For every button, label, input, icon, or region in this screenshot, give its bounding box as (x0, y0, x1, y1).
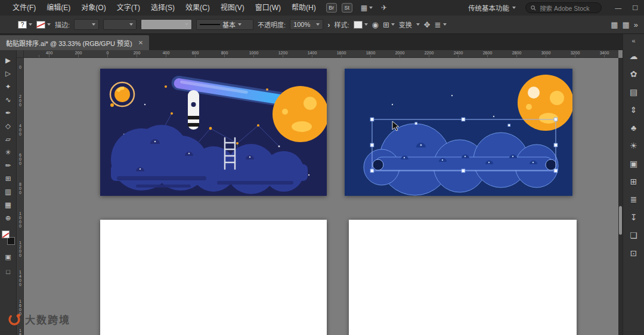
ruler-number: 400 (17, 124, 24, 153)
recolor-artwork-icon[interactable]: ◉ (372, 20, 379, 29)
vertical-ruler[interactable]: 0200400600800100012001400160018002000 (17, 58, 24, 335)
panel-adjust-icon[interactable]: ⇕ (625, 101, 643, 119)
graphic-style-swatch[interactable] (354, 21, 368, 29)
bridge-badge[interactable]: Br (326, 3, 337, 13)
dock-panel-icon[interactable]: » (634, 20, 638, 29)
menu-item[interactable]: 帮助(H) (286, 0, 321, 16)
menu-item[interactable]: 效果(C) (180, 0, 215, 16)
opacity-combo[interactable]: 100% (290, 19, 323, 30)
menu-item[interactable]: 视图(V) (215, 0, 250, 16)
panel-image-icon[interactable]: ▤ (625, 83, 643, 101)
panel-asset-icon[interactable]: ❏ (625, 226, 643, 244)
pen-tool[interactable]: ✒ (1, 106, 16, 119)
menu-item[interactable]: 窗口(W) (250, 0, 286, 16)
tool-glyph: ▷ (5, 69, 11, 78)
panel-transform-icon[interactable]: ⊡ (625, 244, 643, 262)
graphic-style-preview (354, 21, 363, 29)
align-icon[interactable]: ⊞ (383, 20, 395, 29)
transform-label[interactable]: 变换 (399, 20, 412, 29)
right-panel-icons: ☁ ✿ ▤ ⇕ ♣ ☀ ▣ (625, 47, 643, 262)
symbol-sprayer-tool[interactable]: ✳ (1, 146, 16, 159)
fill-swatch-none[interactable] (2, 230, 10, 238)
arrange-documents-icon[interactable]: ▦ (361, 4, 373, 12)
panel-artboards-icon[interactable]: ⊞ (625, 173, 643, 190)
magic-wand-tool[interactable]: ✦ (1, 80, 16, 93)
menu-item[interactable]: 选择(S) (145, 0, 180, 16)
artboard-1[interactable] (100, 69, 327, 196)
ruler-number: 0 (17, 65, 24, 94)
opacity-panel-arrow[interactable]: › (327, 20, 330, 29)
menu-item[interactable]: 对象(O) (76, 0, 111, 16)
panel-layers-icon[interactable]: ≣ (625, 190, 643, 208)
panel-appearance-icon[interactable]: ☀ (625, 137, 643, 155)
canvas-area[interactable] (24, 58, 618, 335)
artboard-3[interactable] (100, 220, 327, 335)
horizontal-ruler[interactable]: 4002000200400600800100012001400160018002… (24, 50, 618, 58)
variable-width-profile-combo[interactable] (103, 19, 137, 30)
panel-icon-glyph: ▣ (630, 159, 637, 168)
isolate-shape-icon[interactable]: ✥ (424, 20, 431, 29)
panel-brushes-icon[interactable]: ✿ (625, 65, 643, 83)
graph-tool[interactable]: ▥ (1, 185, 16, 198)
align-glyph: ⊞ (383, 20, 389, 29)
document-tab[interactable]: 黏贴跟排序.ai* @ 33.33% (RGB/GPU 预览) ✕ (0, 35, 149, 50)
close-icon[interactable]: ✕ (138, 39, 143, 46)
draw-mode-icon[interactable]: ▣ (5, 253, 11, 261)
free-transform-tool[interactable]: ▱ (1, 133, 16, 146)
stock-badge[interactable]: St (342, 3, 352, 13)
direct-selection-tool[interactable]: ▷ (1, 67, 16, 80)
ruler-corner[interactable] (17, 50, 24, 58)
tool-glyph: ⊕ (5, 214, 11, 222)
chevron-down-icon (316, 23, 320, 26)
selection-tool[interactable]: ▶ (1, 54, 16, 67)
panel-icon-glyph: ✿ (630, 69, 637, 79)
tool-glyph: ◇ (5, 122, 11, 130)
mesh-tool[interactable]: ▦ (1, 198, 16, 211)
pencil-tool[interactable]: ✏ (1, 159, 16, 172)
panel-libraries-icon[interactable]: ☁ (625, 47, 643, 65)
zoom-tool[interactable]: ⊕ (1, 211, 16, 225)
brush-definition-combo[interactable] (141, 19, 192, 30)
workspace-label: 传统基本功能 (468, 3, 509, 13)
shape-tool[interactable]: ⊞ (1, 172, 16, 185)
panel-symbols-icon[interactable]: ♣ (625, 119, 643, 137)
minimize-button[interactable]: — (615, 4, 621, 11)
artboard-2[interactable] (345, 69, 572, 196)
panel-icon-glyph: ☀ (630, 141, 637, 150)
menu-item[interactable]: 文字(T) (112, 0, 145, 16)
panel-icon-glyph: ⊞ (630, 177, 637, 186)
fill-color-swatch[interactable]: ? (18, 21, 32, 29)
ruler-number: 1400 (298, 50, 327, 57)
ruler-number: 3200 (561, 50, 590, 57)
fill-stroke-widget[interactable] (2, 230, 15, 245)
panel-icon-glyph: ♣ (631, 123, 636, 133)
tools-list: ▶ ▷ ✦ ∿ ✒ ◇ ▱ (1, 54, 16, 225)
menu-item[interactable]: 编辑(E) (41, 0, 76, 16)
menu-item[interactable]: 文件(F) (7, 0, 41, 16)
vertical-scrollbar[interactable] (618, 58, 623, 335)
panel-icon-glyph: ▤ (630, 87, 637, 97)
grid-view-icon[interactable]: ▦ (611, 20, 618, 29)
ruler-number: 1200 (17, 241, 24, 270)
stroke-color-swatch[interactable] (36, 21, 51, 29)
maximize-button[interactable]: ☐ (632, 4, 638, 12)
options-lines-icon[interactable]: ≣ (435, 20, 447, 29)
panel-export-icon[interactable]: ↧ (625, 208, 643, 226)
lasso-tool[interactable]: ∿ (1, 93, 16, 106)
panel-graphic-styles-icon[interactable]: ▣ (625, 155, 643, 173)
tool-glyph: ▱ (5, 135, 11, 143)
chevron-down-icon (416, 23, 420, 26)
screen-mode-icon[interactable]: □ (6, 268, 10, 275)
document-tab-bar: 黏贴跟排序.ai* @ 33.33% (RGB/GPU 预览) ✕ (0, 34, 623, 50)
stock-search-input[interactable]: 搜索 Adobe Stock (525, 2, 602, 13)
expand-panels-icon[interactable]: « (631, 34, 635, 47)
workspace-switcher[interactable]: 传统基本功能 (468, 3, 516, 13)
scrollbar-thumb[interactable] (619, 206, 622, 235)
tool-glyph: ▥ (5, 188, 11, 196)
grid-view-2-icon[interactable]: ▦ (622, 20, 629, 29)
eraser-tool[interactable]: ◇ (1, 119, 16, 133)
stroke-weight-combo[interactable] (74, 19, 99, 30)
artboard-4[interactable] (349, 220, 577, 335)
stroke-style-combo[interactable]: 基本 (196, 19, 253, 30)
share-icon[interactable]: ✈ (381, 4, 387, 12)
